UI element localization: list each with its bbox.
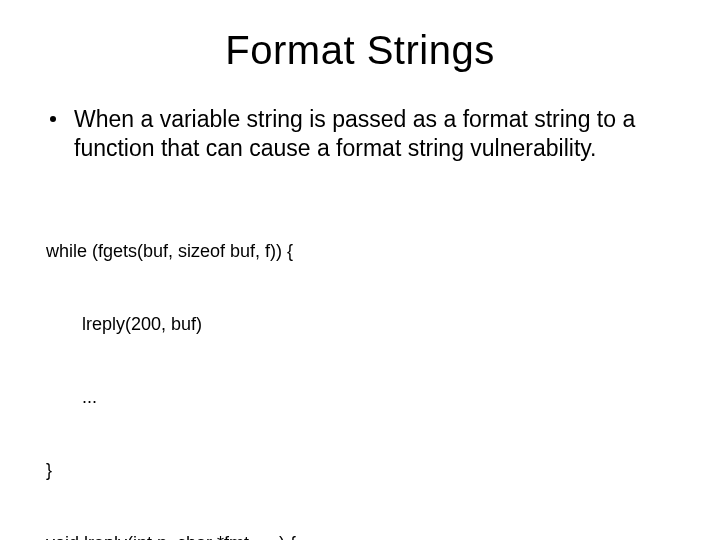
bullet-dot-icon [50, 116, 56, 122]
code-line: } [46, 458, 676, 482]
bullet-item: When a variable string is passed as a fo… [44, 105, 676, 163]
code-line: void lreply(int n, char *fmt, ... ) { [46, 531, 676, 540]
slide: Format Strings When a variable string is… [0, 0, 720, 540]
code-block: while (fgets(buf, sizeof buf, f)) { lrep… [44, 191, 676, 541]
code-line: lreply(200, buf) [46, 312, 676, 336]
slide-body: When a variable string is passed as a fo… [0, 105, 720, 540]
code-line: while (fgets(buf, sizeof buf, f)) { [46, 239, 676, 263]
slide-title: Format Strings [0, 0, 720, 105]
bullet-text: When a variable string is passed as a fo… [74, 105, 676, 163]
code-line: ... [46, 385, 676, 409]
